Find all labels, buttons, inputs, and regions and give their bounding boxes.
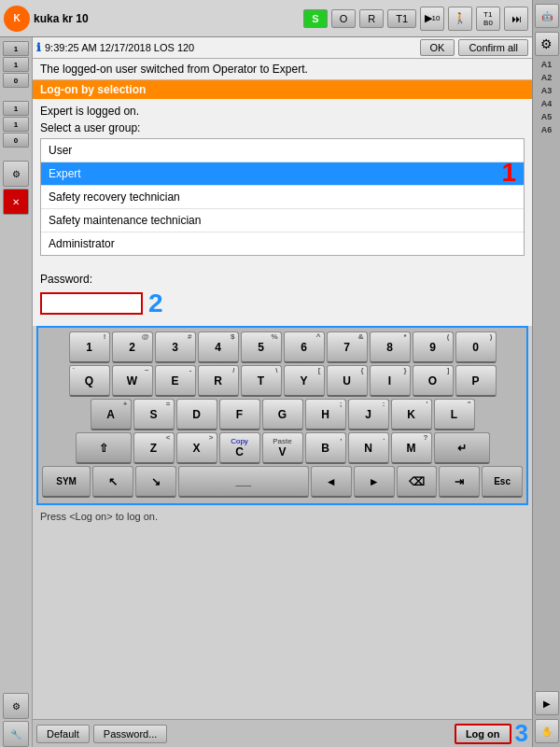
user-item-administrator[interactable]: Administrator xyxy=(41,233,524,255)
press-info: Press <Log on> to log on. xyxy=(33,509,532,524)
password-input[interactable] xyxy=(40,292,143,315)
key-left[interactable]: ◄ xyxy=(311,466,352,498)
robot-icon[interactable]: 🤖 xyxy=(535,4,559,28)
key-i[interactable]: }I xyxy=(370,365,411,397)
left-indicator-1: 1 xyxy=(3,41,29,56)
key-g[interactable]: G xyxy=(262,399,303,430)
key-3[interactable]: #3 xyxy=(155,331,196,363)
left-indicator-6: 0 xyxy=(3,133,29,148)
key-o[interactable]: ]O xyxy=(413,365,454,397)
key-8[interactable]: *8 xyxy=(370,331,411,363)
logon-header: Log-on by selection xyxy=(33,80,532,99)
key-1[interactable]: !1 xyxy=(69,331,110,363)
left-indicator-5: 1 xyxy=(3,117,29,132)
key-k[interactable]: 'K xyxy=(391,399,432,430)
keyboard-row-5: SYM ↖ ↘ ___ ◄ ► ⌫ ⇥ Esc xyxy=(42,466,523,498)
close-icon[interactable]: ✕ xyxy=(3,189,29,215)
key-x[interactable]: >X xyxy=(176,432,217,464)
right-sidebar: 🤖 ⚙ A1 A2 A3 A4 A5 A6 ▶ ✋ xyxy=(532,0,560,747)
key-z[interactable]: <Z xyxy=(133,432,175,464)
default-button[interactable]: Default xyxy=(36,725,90,743)
key-0[interactable]: )0 xyxy=(455,331,497,363)
password-button[interactable]: Password... xyxy=(93,725,167,743)
arm-icon[interactable]: ⚙ xyxy=(535,32,559,56)
key-n[interactable]: .N xyxy=(348,432,389,464)
main-content: ℹ 9:39:25 AM 12/17/2018 LOS 120 OK Confi… xyxy=(33,37,532,719)
key-shift[interactable]: ⇧ xyxy=(76,432,132,464)
a3-label: A3 xyxy=(541,86,553,95)
key-u[interactable]: {U xyxy=(327,365,368,397)
key-t[interactable]: \T xyxy=(241,365,282,397)
key-enter[interactable]: ↵ xyxy=(434,432,490,464)
password-section: Password: 2 xyxy=(33,269,532,326)
key-9[interactable]: (9 xyxy=(413,331,454,363)
left-indicator-4: 1 xyxy=(3,101,29,116)
key-r[interactable]: /R xyxy=(198,365,239,397)
key-h[interactable]: ;H xyxy=(305,399,346,430)
select-group-label: Select a user group: xyxy=(40,121,525,134)
keyboard-row-2: `Q ~W -E /R \T [Y {U }I ]O P xyxy=(42,365,523,397)
confirm-all-button[interactable]: Confirm all xyxy=(458,39,528,56)
key-j[interactable]: :J xyxy=(348,399,389,430)
a5-label: A5 xyxy=(541,112,553,121)
user-expert-number: 1 xyxy=(501,160,516,186)
key-s[interactable]: =S xyxy=(133,399,175,430)
settings-icon[interactable]: ⚙ xyxy=(3,161,29,187)
left-indicator-2: 1 xyxy=(3,57,29,72)
key-e[interactable]: -E xyxy=(155,365,196,397)
key-p[interactable]: P xyxy=(455,365,497,397)
user-item-expert[interactable]: Expert 1 xyxy=(41,162,524,186)
keyboard-row-4: ⇧ <Z >X CopyC PasteV ,B .N ?M ↵ xyxy=(42,432,523,464)
key-6[interactable]: ^6 xyxy=(284,331,325,363)
window-title: kuka kr 10 xyxy=(34,12,300,25)
key-space[interactable]: ___ xyxy=(178,466,309,498)
play-icon[interactable]: ▶10 xyxy=(420,7,444,31)
password-label: Password: xyxy=(40,273,525,286)
key-b[interactable]: ,B xyxy=(305,432,346,464)
key-right[interactable]: ► xyxy=(354,466,395,498)
key-sym[interactable]: SYM xyxy=(42,466,91,498)
key-d[interactable]: D xyxy=(176,399,217,430)
key-f[interactable]: F xyxy=(219,399,260,430)
key-7[interactable]: &7 xyxy=(327,331,368,363)
mode-r-btn[interactable]: R xyxy=(359,9,384,28)
logon-button[interactable]: Log on xyxy=(455,724,511,744)
key-esc[interactable]: Esc xyxy=(482,466,523,498)
key-a[interactable]: +A xyxy=(91,399,132,430)
password-number: 2 xyxy=(148,289,163,318)
password-input-row: 2 xyxy=(40,289,525,318)
keyboard-row-1: !1 @2 #3 $4 %5 ^6 &7 *8 (9 )0 xyxy=(42,331,523,363)
mode-o-btn[interactable]: O xyxy=(331,9,357,28)
key-tab[interactable]: ⇥ xyxy=(439,466,480,498)
key-c[interactable]: CopyC xyxy=(219,432,260,464)
right-arrow-icon[interactable]: ▶ xyxy=(535,691,559,715)
user-list: User Expert 1 Safety recovery technician… xyxy=(40,138,525,256)
key-4[interactable]: $4 xyxy=(198,331,239,363)
user-item-safety-recovery[interactable]: Safety recovery technician xyxy=(41,186,524,209)
key-upleft[interactable]: ↖ xyxy=(92,466,133,498)
key-y[interactable]: [Y xyxy=(284,365,325,397)
t1-b0-icon[interactable]: T1B0 xyxy=(476,7,500,31)
skip-icon[interactable]: ⏭ xyxy=(504,7,528,31)
tool-icon[interactable]: 🔧 xyxy=(3,721,29,747)
mode-s-btn[interactable]: S xyxy=(303,9,327,28)
key-backspace[interactable]: ⌫ xyxy=(397,466,438,498)
key-l[interactable]: "L xyxy=(434,399,475,430)
user-item-user[interactable]: User xyxy=(41,139,524,162)
user-item-safety-maintenance[interactable]: Safety maintenance technician xyxy=(41,209,524,233)
mode-t1-btn[interactable]: T1 xyxy=(387,9,416,28)
walk-icon[interactable]: 🚶 xyxy=(448,7,472,31)
key-m[interactable]: ?M xyxy=(391,432,432,464)
logon-number: 3 xyxy=(515,719,528,747)
key-v[interactable]: PasteV xyxy=(262,432,303,464)
key-w[interactable]: ~W xyxy=(112,365,153,397)
hand-icon[interactable]: ✋ xyxy=(535,719,559,743)
ok-button[interactable]: OK xyxy=(420,39,455,56)
kuka-logo: K xyxy=(4,6,30,32)
gear-icon[interactable]: ⚙ xyxy=(3,693,29,719)
key-2[interactable]: @2 xyxy=(112,331,153,363)
keyboard-row-3: +A =S D F G ;H :J 'K "L xyxy=(42,399,523,430)
key-q[interactable]: `Q xyxy=(69,365,110,397)
key-5[interactable]: %5 xyxy=(241,331,282,363)
key-downright[interactable]: ↘ xyxy=(135,466,176,498)
